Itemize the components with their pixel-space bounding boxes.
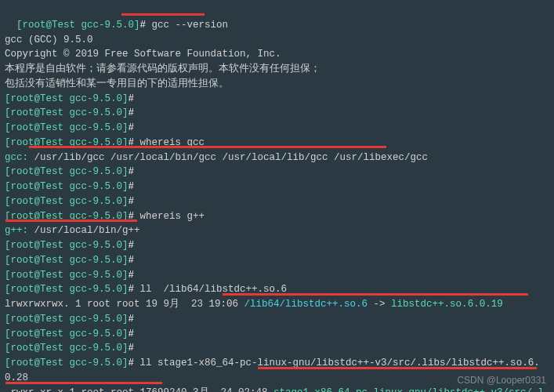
prompt-line[interactable]: [root@Test gcc-9.5.0]# [5,341,549,356]
prompt-line[interactable]: [root@Test gcc-9.5.0]# [5,121,549,136]
command-input: gcc --version [152,20,229,31]
whereis-label: g++: [5,225,34,236]
whereis-label: gcc: [5,152,34,163]
output-line: gcc (GCC) 9.5.0 [5,33,549,48]
underline-icon [29,146,386,148]
underline-icon [121,13,205,16]
prompt-line[interactable]: [root@Test gcc-9.5.0]# gcc --version [5,3,549,33]
underline-icon [223,293,528,296]
watermark: CSDN @Looper0331 [457,373,546,387]
underline-icon [5,382,162,384]
prompt-line[interactable]: [root@Test gcc-9.5.0]# [5,253,549,268]
output-line: 本程序是自由软件；请参看源代码的版权声明。本软件没有任何担保； [5,62,549,77]
prompt-line[interactable]: [root@Test gcc-9.5.0]# [5,194,549,209]
output-line: gcc: /usr/lib/gcc /usr/local/bin/gcc /us… [5,151,549,165]
whereis-paths: /usr/lib/gcc /usr/local/bin/gcc /usr/loc… [34,152,429,163]
prompt-line[interactable]: [root@Test gcc-9.5.0]# [5,327,549,342]
prompt-symbol: # [140,20,152,31]
prompt-user: [root@Test [16,20,75,31]
output-line: Copyright © 2019 Free Software Foundatio… [5,47,549,62]
prompt-line[interactable]: [root@Test gcc-9.5.0]# [5,268,549,283]
whereis-paths: /usr/local/bin/g++ [34,225,140,236]
output-line: lrwxrwxrwx. 1 root root 19 9月 23 19:06 /… [5,297,549,312]
prompt-line[interactable]: [root@Test gcc-9.5.0]# [5,165,549,180]
underline-icon [258,367,537,369]
prompt-line[interactable]: [root@Test gcc-9.5.0]# [5,106,549,121]
symlink-target: libstdc++.so.6.0.19 [391,299,503,310]
output-line: g++: /usr/local/bin/g++ [5,223,549,238]
command-input: whereis g++ [140,211,205,222]
symlink-name: /lib64/libstdc++.so.6 [244,299,368,310]
underline-icon [5,220,137,222]
output-line: 包括没有适销性和某一专用目的下的适用性担保。 [5,77,549,92]
prompt-path: gcc-9.5.0] [75,20,140,31]
prompt-line[interactable]: [root@Test gcc-9.5.0]# [5,238,549,253]
prompt-line[interactable]: [root@Test gcc-9.5.0]# [5,92,549,107]
prompt-line[interactable]: [root@Test gcc-9.5.0]# [5,180,549,194]
prompt-line[interactable]: [root@Test gcc-9.5.0]# [5,312,549,327]
